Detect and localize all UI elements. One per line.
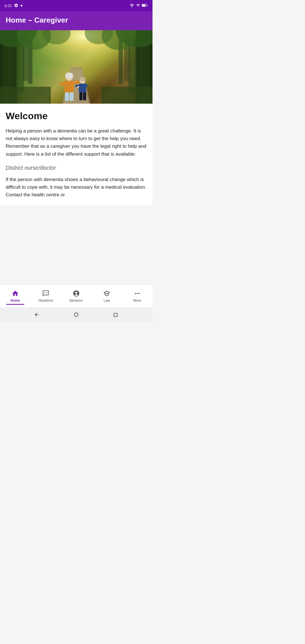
main-content: Welcome Helping a person with a dementia… [0,104,152,205]
app-header: Home – Caregiver [0,11,152,30]
intro-text: Helping a person with a dementia can be … [6,127,147,158]
bottom-nav: Home Situations Behavior Law [0,284,152,307]
behavior-icon [72,290,80,297]
law-icon [103,290,111,297]
svg-rect-15 [0,87,51,104]
recent-apps-button[interactable] [113,312,119,318]
signal-icon [136,3,140,8]
more-icon [133,290,141,297]
situations-icon [42,290,50,297]
nav-item-law[interactable]: Law [91,287,122,305]
battery-icon [142,4,148,8]
nav-label-more: More [133,299,141,303]
nav-label-law: Law [104,299,110,303]
status-bar: 8:23 [0,0,152,11]
welcome-title: Welcome [6,110,147,121]
svg-rect-16 [102,87,152,104]
section-text: If the person with dementia shows a beha… [6,176,147,199]
page-title: Home – Caregiver [6,16,147,25]
scene-svg [0,30,152,104]
nav-item-behavior[interactable]: Behavior [61,287,91,305]
back-button[interactable] [34,312,40,318]
status-bar-left: 8:23 [5,3,22,8]
nav-label-home: Home [10,299,20,303]
time-display: 8:23 [5,4,12,8]
nav-label-behavior: Behavior [69,299,83,303]
svg-rect-30 [83,92,86,100]
svg-point-18 [65,73,73,78]
svg-rect-23 [69,92,73,101]
dot-indicator [21,5,22,6]
svg-rect-39 [114,313,117,317]
nav-label-situations: Situations [38,299,53,303]
home-button[interactable] [73,312,79,318]
wifi-icon [129,3,134,8]
nav-item-home[interactable]: Home [0,287,30,305]
svg-rect-19 [64,81,74,93]
section-heading: District nurse/doctor [6,165,147,171]
status-bar-right [129,3,148,8]
svg-point-25 [79,77,86,81]
settings-icon [14,3,18,8]
nav-item-situations[interactable]: Situations [30,287,61,305]
svg-rect-22 [65,92,69,101]
hero-image [0,30,152,104]
svg-line-31 [77,87,79,87]
home-icon [11,290,19,297]
svg-rect-1 [142,4,145,6]
system-nav [0,307,152,322]
svg-point-38 [74,313,78,316]
svg-rect-29 [79,92,82,100]
nav-item-more[interactable]: More [122,287,152,305]
